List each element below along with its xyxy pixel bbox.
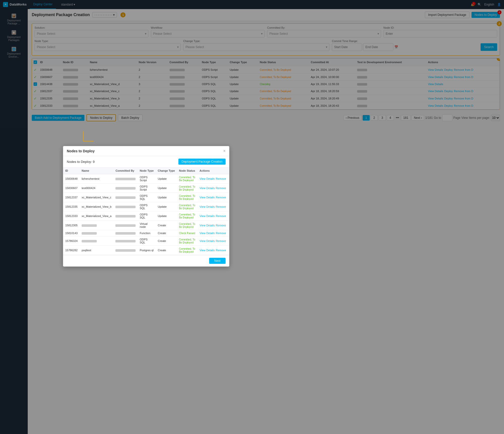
dialog-cell-actions: View DetailsRemove — [198, 174, 229, 184]
dialog-cell-name — [80, 236, 113, 246]
dialog-cell-change-type: Update — [156, 193, 177, 202]
dialog-subheader: Nodes to Deploy: 9 Deployment Package Cr… — [63, 156, 229, 167]
dialog-table-row: 15812337 xc_Materialized_View_c ODPS SQL… — [63, 193, 229, 202]
dialog-header-row: ID Name Committed By Node Type Change Ty… — [63, 167, 229, 174]
dialog-cell-id: 15812337 — [63, 193, 80, 202]
dialog-count: Nodes to Deploy: 9 — [67, 160, 95, 164]
nodes-to-deploy-dialog: Nodes to Deploy × Nodes to Deploy: 9 Dep… — [63, 146, 229, 267]
dialog-cell-name: lizhenzhentest — [80, 174, 113, 184]
dialog-action-remove[interactable]: Remove — [216, 249, 226, 252]
dialog-col-node-status: Node Status — [177, 167, 197, 174]
dialog-cell-node-type: Postgres ql — [138, 246, 156, 255]
dialog-cell-name: test000424 — [80, 184, 113, 193]
dialog-close-button[interactable]: × — [223, 149, 226, 153]
dialog-col-node-type: Node Type — [138, 167, 156, 174]
dialog-col-change-type: Change Type — [156, 167, 177, 174]
dialog-action-view-details[interactable]: View Details — [200, 187, 215, 190]
dialog-cell-status: Check Passed — [177, 230, 197, 236]
dialog-cell-status: Committed, To Be Deployed — [177, 221, 197, 230]
dialog-cell-status: Committed, To Be Deployed — [177, 174, 197, 184]
dialog-title: Nodes to Deploy — [67, 149, 94, 153]
dialog-cell-status: Committed, To Be Deployed — [177, 211, 197, 221]
dialog-cell-actions: View DetailsRemove — [198, 246, 229, 255]
dialog-table-row: 15786324 ODPS SQL Create Committed, To B… — [63, 236, 229, 246]
dialog-cell-node-type: Function — [138, 230, 156, 236]
dialog-cell-name: psqltest — [80, 246, 113, 255]
dialog-table: ID Name Committed By Node Type Change Ty… — [63, 167, 229, 255]
dialog-action-remove[interactable]: Remove — [216, 196, 226, 199]
dialog-action-remove[interactable]: Remove — [216, 232, 226, 235]
dialog-cell-name — [80, 230, 113, 236]
dialog-action-remove[interactable]: Remove — [216, 187, 226, 190]
dialog-cell-committed-by — [113, 202, 138, 211]
dialog-table-row: 15812333 xc_Materialized_View_a ODPS SQL… — [63, 211, 229, 221]
dialog-action-view-details[interactable]: View Details — [200, 214, 215, 218]
dialog-cell-id: 15810143 — [63, 230, 80, 236]
dialog-cell-change-type: Update — [156, 184, 177, 193]
dialog-cell-actions: View DetailsRemove — [198, 221, 229, 230]
dialog-cell-committed-by — [113, 230, 138, 236]
dialog-table-row: 15786282 psqltest Postgres ql Create Com… — [63, 246, 229, 255]
dialog-action-remove[interactable]: Remove — [216, 239, 226, 242]
dialog-action-remove[interactable]: Remove — [216, 205, 226, 208]
deployment-pkg-creation-button[interactable]: Deployment Package Creation — [178, 159, 226, 165]
dialog-cell-node-type: ODPS SQL — [138, 193, 156, 202]
dialog-cell-status: Committed, To Be Deployed — [177, 202, 197, 211]
dialog-table-row: 15830607 test000424 ODPS Script Update C… — [63, 184, 229, 193]
dialog-table-row: 15830648 lizhenzhentest ODPS Script Upda… — [63, 174, 229, 184]
dialog-action-view-details[interactable]: View Details — [200, 232, 215, 235]
dialog-cell-change-type: Update — [156, 211, 177, 221]
dialog-table-row: 15812335 xc_Materialized_View_b ODPS SQL… — [63, 202, 229, 211]
dialog-cell-status: Committed, To Be Deployed — [177, 193, 197, 202]
dialog-cell-status: Committed, To Be Deployed — [177, 246, 197, 255]
dialog-table-row: 15812305 Virtual node Create Committed, … — [63, 221, 229, 230]
dialog-cell-actions: View DetailsRemove — [198, 230, 229, 236]
dialog-cell-committed-by — [113, 193, 138, 202]
dialog-action-remove[interactable]: Remove — [216, 224, 226, 227]
dialog-cell-change-type: Update — [156, 174, 177, 184]
dialog-cell-status: Committed, To Be Deployed — [177, 236, 197, 246]
dialog-action-view-details[interactable]: View Details — [200, 196, 215, 199]
dialog-cell-change-type: Create — [156, 236, 177, 246]
dialog-cell-name — [80, 221, 113, 230]
dialog-cell-id: 15812333 — [63, 211, 80, 221]
dialog-cell-committed-by — [113, 236, 138, 246]
dialog-cell-node-type: ODPS Script — [138, 174, 156, 184]
dialog-cell-change-type: Create — [156, 221, 177, 230]
dialog-cell-id: 15812335 — [63, 202, 80, 211]
dialog-header: Nodes to Deploy × — [63, 146, 229, 156]
dialog-cell-node-type: ODPS SQL — [138, 202, 156, 211]
dialog-action-view-details[interactable]: View Details — [200, 177, 215, 180]
dialog-cell-node-type: ODPS SQL — [138, 211, 156, 221]
dialog-cell-node-type: Virtual node — [138, 221, 156, 230]
dialog-cell-id: 15786324 — [63, 236, 80, 246]
dialog-col-actions: Actions — [198, 167, 229, 174]
dialog-table-scroll: ID Name Committed By Node Type Change Ty… — [63, 167, 229, 255]
dialog-cell-committed-by — [113, 246, 138, 255]
dialog-col-id: ID — [63, 167, 80, 174]
dialog-col-name: Name — [80, 167, 113, 174]
dialog-cell-actions: View DetailsRemove — [198, 184, 229, 193]
dialog-cell-actions: View DetailsRemove — [198, 236, 229, 246]
dialog-cell-node-type: ODPS SQL — [138, 236, 156, 246]
dialog-col-committed-by: Committed By — [113, 167, 138, 174]
dialog-action-remove[interactable]: Remove — [216, 214, 226, 218]
dialog-action-view-details[interactable]: View Details — [200, 224, 215, 227]
dialog-footer: Next — [63, 255, 229, 266]
dialog-next-button[interactable]: Next — [209, 258, 226, 264]
dialog-action-remove[interactable]: Remove — [216, 177, 226, 180]
dialog-action-view-details[interactable]: View Details — [200, 239, 215, 242]
dialog-action-view-details[interactable]: View Details — [200, 205, 215, 208]
dialog-cell-status: Committed, To Be Deployed — [177, 184, 197, 193]
dialog-cell-actions: View DetailsRemove — [198, 211, 229, 221]
dialog-cell-name: xc_Materialized_View_b — [80, 202, 113, 211]
dialog-cell-id: 15812305 — [63, 221, 80, 230]
dialog-cell-change-type: Update — [156, 202, 177, 211]
dialog-cell-id: 15830607 — [63, 184, 80, 193]
dialog-cell-name: xc_Materialized_View_a — [80, 211, 113, 221]
dialog-cell-committed-by — [113, 211, 138, 221]
dialog-table-row: 15810143 Function Create Check Passed Vi… — [63, 230, 229, 236]
dialog-cell-committed-by — [113, 221, 138, 230]
dialog-action-view-details[interactable]: View Details — [200, 249, 215, 252]
dialog-cell-change-type: Create — [156, 230, 177, 236]
